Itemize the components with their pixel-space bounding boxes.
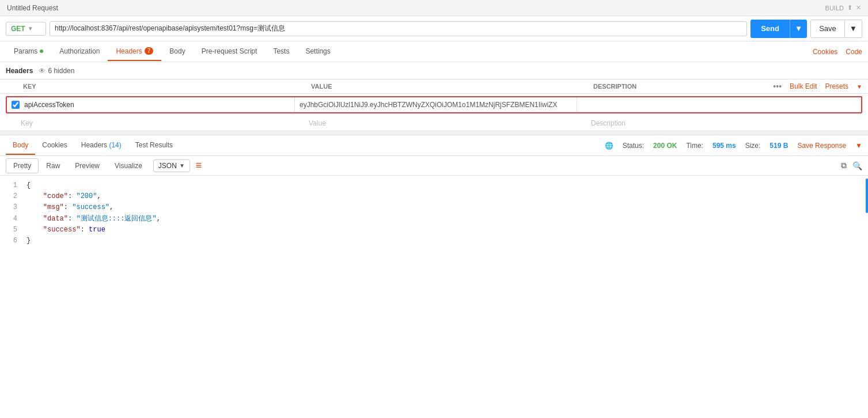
tab-body[interactable]: Body [161,43,193,61]
presets-chevron[interactable]: ▼ [856,83,862,90]
response-status-area: 🌐 Status: 200 OK Time: 595 ms Size: 519 … [605,142,862,150]
method-label: GET [11,25,25,33]
line-num-5: 5 [6,225,17,235]
hidden-count: 6 hidden [48,67,74,75]
method-select[interactable]: GET ▼ [6,22,46,36]
code-link[interactable]: Code [846,48,862,56]
header-row-empty: Key Value Description [0,116,868,131]
resp-tab-cookies[interactable]: Cookies [35,136,74,155]
time-label: Time: [686,142,703,150]
headers-badge: 7 [145,47,154,55]
save-response-button[interactable]: Save Response [797,142,846,150]
preview-label: Preview [75,162,100,170]
header-cell-value: eyJhbGciOiJlUzl1NiJ9.eyJhcHBTZWNyZXQiOiJ… [295,97,577,112]
format-tab-visualize[interactable]: Visualize [107,158,150,173]
json-format-label: JSON [158,162,177,170]
url-input[interactable] [50,21,747,36]
authorization-label: Authorization [59,47,100,55]
save-button-group: Save ▼ [810,20,862,38]
save-response-chevron[interactable]: ▼ [855,142,862,150]
build-icon: ⬆ [847,4,852,12]
line-num-2: 2 [6,191,17,202]
settings-label: Settings [305,47,330,55]
tab-authorization[interactable]: Authorization [51,43,108,61]
json-format-select[interactable]: JSON ▼ [153,159,190,172]
tab-tests[interactable]: Tests [265,43,297,61]
json-format-chevron: ▼ [179,162,185,169]
code-line-1: 1 { [6,180,862,191]
request-tabs-left: Params Authorization Headers 7 Body Pre-… [6,43,339,61]
bulk-edit-button[interactable]: Bulk Edit [790,82,817,90]
section-divider [0,131,868,135]
line-content-3: "msg": "success", [26,202,862,213]
format-tab-raw[interactable]: Raw [39,158,67,173]
save-button[interactable]: Save [810,20,845,38]
tab-headers[interactable]: Headers 7 [108,43,161,61]
raw-label: Raw [46,162,60,170]
tab-prerequest[interactable]: Pre-request Script [194,43,266,61]
save-dropdown-button[interactable]: ▼ [845,20,862,38]
line-content-1: { [26,180,862,191]
chevron-down-icon: ▼ [28,25,33,32]
close-icon[interactable]: ✕ [856,4,861,12]
col-header-desc-row: DESCRIPTION ••• Bulk Edit Presets ▼ [591,79,862,93]
globe-icon: 🌐 [605,142,613,150]
visualize-label: Visualize [115,162,142,170]
header-key-text: apiAccessToken [24,101,74,109]
copy-icon[interactable]: ⧉ [841,161,847,170]
response-time: 595 ms [712,142,736,150]
headers-table-header: KEY VALUE DESCRIPTION ••• Bulk Edit Pres… [0,79,868,94]
headers-subbar: Headers 👁 6 hidden [0,62,868,79]
code-line-6: 6 } [6,235,862,246]
resp-tab-headers[interactable]: Headers (14) [74,136,128,155]
resp-headers-badge: (14) [109,141,121,149]
col-header-key: KEY [21,79,309,93]
format-tab-preview[interactable]: Preview [67,158,107,173]
format-tabs: Pretty Raw Preview Visualize JSON ▼ ≡ ⧉ … [0,156,868,176]
code-line-2: 2 "code": "200", [6,191,862,202]
resp-testresults-label: Test Results [135,141,173,149]
line-content-4: "data": "测试信息::::返回信息", [26,214,862,225]
search-icon[interactable]: 🔍 [852,161,862,170]
build-label: BUILD [825,5,844,12]
cookies-link[interactable]: Cookies [813,48,837,56]
tab-params[interactable]: Params [6,43,51,61]
resp-cookies-label: Cookies [42,141,67,149]
scrollbar-indicator[interactable] [866,178,868,213]
response-tabs: Body Cookies Headers (14) Test Results 🌐… [0,135,868,156]
line-content-6: } [26,235,862,246]
headers-subbar-title: Headers [6,67,33,75]
response-tabs-left: Body Cookies Headers (14) Test Results [6,136,180,155]
response-body-code: 1 { 2 "code": "200", 3 "msg": "success",… [0,176,868,251]
header-row-highlighted: apiAccessToken eyJhbGciOiJlUzl1NiJ9.eyJh… [6,96,862,113]
tests-label: Tests [273,47,289,55]
more-options-icon[interactable]: ••• [773,82,782,91]
code-line-4: 4 "data": "测试信息::::返回信息", [6,214,862,225]
code-line-3: 3 "msg": "success", [6,202,862,213]
header-value-text: eyJhbGciOiJlUzl1NiJ9.eyJhcHBTZWNyZXQiOiJ… [300,101,557,109]
col-header-value: VALUE [309,79,591,93]
format-tabs-left: Pretty Raw Preview Visualize JSON ▼ ≡ [6,158,202,173]
empty-key-placeholder: Key [21,119,309,127]
window-title: Untitled Request [7,4,58,12]
resp-headers-label: Headers [81,141,109,149]
send-dropdown-button[interactable]: ▼ [790,20,807,38]
size-label: Size: [745,142,761,150]
hidden-badge[interactable]: 👁 6 hidden [39,67,74,75]
resp-tab-testresults[interactable]: Test Results [128,136,180,155]
request-tabs: Params Authorization Headers 7 Body Pre-… [0,41,868,62]
resp-tab-body[interactable]: Body [6,136,35,155]
tab-settings[interactable]: Settings [297,43,338,61]
format-tabs-right: ⧉ 🔍 [841,161,862,170]
header-checkbox[interactable] [12,101,20,109]
url-bar: GET ▼ Send ▼ Save ▼ [0,16,868,41]
header-actions: ••• Bulk Edit Presets ▼ [773,82,862,91]
line-num-1: 1 [6,180,17,191]
wrap-icon[interactable]: ≡ [196,159,202,172]
format-tab-pretty[interactable]: Pretty [6,158,39,173]
headers-row-wrapper: apiAccessToken eyJhbGciOiJlUzl1NiJ9.eyJh… [0,94,868,116]
line-content-5: "success": true [26,225,862,235]
send-button[interactable]: Send [751,20,790,38]
presets-button[interactable]: Presets [825,82,848,90]
pretty-label: Pretty [13,162,31,170]
